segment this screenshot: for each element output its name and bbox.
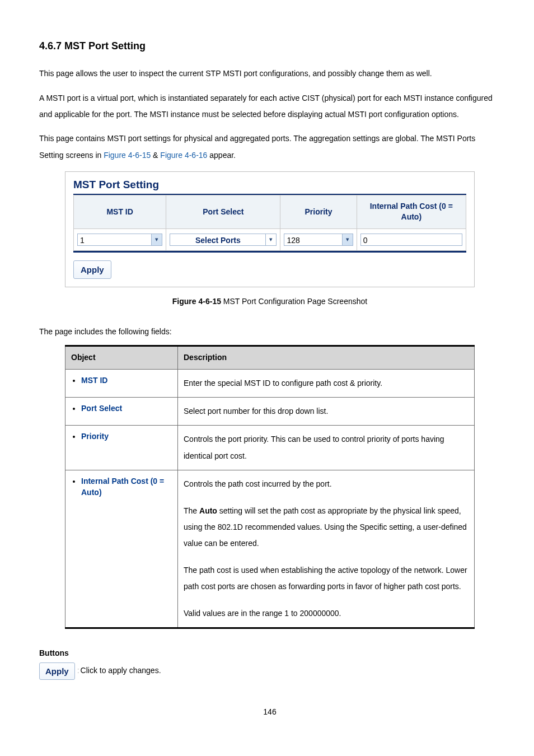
object-mst-id: MST ID bbox=[81, 376, 107, 385]
table-row: Port Select Select port number for this … bbox=[65, 398, 475, 426]
figure-caption-text: MST Port Configuration Page Screenshot bbox=[221, 297, 367, 306]
object-internal-path-cost: Internal Path Cost (0 = Auto) bbox=[81, 477, 164, 497]
desc-ipc-line2: The Auto setting will set the path cost … bbox=[184, 503, 469, 552]
intro-paragraph-3: This page contains MSTI port settings fo… bbox=[39, 130, 500, 164]
chevron-down-icon: ▾ bbox=[342, 234, 353, 245]
figure-caption-number: Figure 4-6-15 bbox=[172, 297, 221, 306]
chevron-down-icon: ▾ bbox=[151, 234, 162, 245]
table-header-object: Object bbox=[65, 346, 178, 370]
desc-ipc-l2c: setting will set the path cost as approp… bbox=[184, 506, 467, 548]
priority-select[interactable]: 128 ▾ bbox=[284, 234, 353, 246]
table-row: MST ID Enter the special MST ID to confi… bbox=[65, 369, 475, 397]
divider bbox=[73, 251, 466, 253]
section-heading: 4.6.7 MST Port Setting bbox=[39, 39, 500, 53]
object-priority: Priority bbox=[81, 432, 109, 441]
apply-button[interactable]: Apply bbox=[73, 260, 111, 279]
chevron-down-icon: ▾ bbox=[265, 234, 276, 245]
para3-text-b: appear. bbox=[207, 151, 236, 160]
desc-ipc-line3: The path cost is used when establishing … bbox=[184, 562, 469, 595]
header-mst-id: MST ID bbox=[74, 195, 166, 228]
page-number: 146 bbox=[39, 707, 500, 718]
apply-button-inline[interactable]: Apply bbox=[39, 662, 75, 680]
fields-table: Object Description MST ID Enter the spec… bbox=[65, 345, 475, 629]
table-row: Priority Controls the port priority. Thi… bbox=[65, 426, 475, 470]
desc-mst-id: Enter the special MST ID to configure pa… bbox=[184, 375, 469, 391]
para3-amp: & bbox=[151, 151, 160, 160]
figure-caption: Figure 4-6-15 MST Port Configuration Pag… bbox=[39, 296, 500, 307]
intro-paragraph-2: A MSTI port is a virtual port, which is … bbox=[39, 90, 500, 123]
buttons-heading: Buttons bbox=[39, 648, 500, 659]
buttons-row: Apply : Click to apply changes. bbox=[39, 662, 500, 680]
figure-link-4-6-16[interactable]: Figure 4-6-16 bbox=[160, 151, 207, 160]
config-header-row: MST ID Port Select Priority Internal Pat… bbox=[73, 195, 466, 229]
screenshot-title: MST Port Setting bbox=[73, 178, 466, 195]
mst-id-select[interactable]: 1 ▾ bbox=[77, 234, 162, 246]
header-priority: Priority bbox=[280, 195, 357, 228]
object-port-select: Port Select bbox=[81, 404, 122, 413]
desc-ipc-l2a: The bbox=[184, 506, 199, 515]
figure-link-4-6-15[interactable]: Figure 4-6-15 bbox=[104, 151, 151, 160]
header-internal-path-cost: Internal Path Cost (0 = Auto) bbox=[357, 195, 466, 228]
colon-faded: : bbox=[77, 665, 79, 676]
desc-priority: Controls the port priority. This can be … bbox=[184, 431, 469, 464]
port-select-value: Select Ports bbox=[170, 234, 265, 245]
priority-value: 128 bbox=[284, 234, 341, 245]
desc-port-select: Select port number for this drop down li… bbox=[184, 403, 469, 419]
mst-id-value: 1 bbox=[78, 234, 151, 245]
desc-ipc-line4: Valid values are in the range 1 to 20000… bbox=[184, 605, 469, 622]
intro-paragraph-1: This page allows the user to inspect the… bbox=[39, 66, 500, 82]
table-row: Internal Path Cost (0 = Auto) Controls t… bbox=[65, 470, 475, 628]
desc-ipc-l2b: Auto bbox=[199, 506, 217, 515]
config-value-row: 1 ▾ Select Ports ▾ 128 ▾ 0 bbox=[73, 229, 466, 251]
desc-ipc-line1: Controls the path cost incurred by the p… bbox=[184, 476, 469, 492]
header-port-select: Port Select bbox=[166, 195, 280, 228]
internal-path-cost-input[interactable]: 0 bbox=[360, 234, 462, 246]
port-select-dropdown[interactable]: Select Ports ▾ bbox=[170, 234, 277, 246]
mst-port-setting-screenshot: MST Port Setting MST ID Port Select Prio… bbox=[65, 171, 475, 287]
fields-intro: The page includes the following fields: bbox=[39, 326, 500, 338]
table-header-description: Description bbox=[178, 346, 475, 370]
apply-button-description: Click to apply changes. bbox=[81, 665, 161, 676]
